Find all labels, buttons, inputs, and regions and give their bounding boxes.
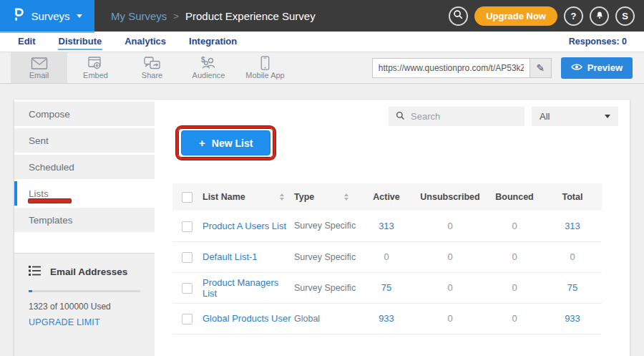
questionpro-logo-icon	[12, 6, 24, 25]
sidebar-item-compose[interactable]: Compose	[14, 102, 155, 126]
notifications-button[interactable]	[590, 6, 609, 26]
list-type: Global	[294, 303, 358, 334]
column-header-type[interactable]: Type	[294, 183, 358, 211]
header-breadcrumb-area: My Surveys > Product Experience Survey U…	[94, 0, 644, 32]
eye-icon	[571, 62, 582, 73]
plus-icon: +	[199, 137, 205, 149]
new-list-button[interactable]: + New List	[181, 130, 270, 155]
tab-edit[interactable]: Edit	[17, 34, 36, 50]
active-count[interactable]: 75	[358, 272, 414, 303]
annotation-underline-lists	[29, 199, 71, 203]
breadcrumb-separator: >	[173, 11, 179, 21]
bell-icon	[595, 9, 605, 22]
survey-url-input[interactable]	[372, 58, 530, 78]
list-name-link[interactable]: Product Managers List	[203, 272, 294, 303]
bounced-count: 0	[486, 272, 543, 303]
active-count[interactable]: 933	[358, 303, 414, 334]
column-header-unsubscribed: Unsubscribed	[414, 183, 486, 211]
upgrade-limit-link[interactable]: UPGRADE LIMIT	[29, 317, 140, 327]
list-name-link[interactable]: Default List-1	[203, 241, 294, 272]
email-addresses-section: Email Addresses 1323 of 100000 Used UPGR…	[14, 253, 155, 356]
mobile-app-icon	[260, 56, 270, 70]
channel-audience[interactable]: $ Audience	[180, 52, 237, 83]
list-type: Survey Specific	[294, 211, 358, 241]
email-lists-table: List Name Type Active Unsubscribed Bounc…	[172, 183, 602, 335]
search-button[interactable]	[449, 6, 468, 26]
channel-embed[interactable]: Embed	[67, 52, 124, 83]
bounced-count: 0	[486, 211, 543, 241]
sidebar-item-scheduled[interactable]: Scheduled	[14, 155, 155, 179]
email-addresses-title: Email Addresses	[50, 266, 127, 277]
sidebar-item-label: Lists	[29, 188, 49, 199]
channel-share[interactable]: Share	[124, 52, 180, 83]
total-count[interactable]: 933	[543, 303, 602, 334]
list-type: Survey Specific	[294, 241, 358, 272]
list-name-link[interactable]: Product A Users List	[203, 211, 294, 241]
channel-label: Share	[142, 71, 162, 80]
search-filter-row: All	[389, 107, 618, 126]
total-count[interactable]: 313	[543, 211, 602, 241]
row-checkbox[interactable]	[182, 252, 192, 263]
list-type: Survey Specific	[294, 272, 358, 303]
table-row: Product A Users List Survey Specific 313…	[172, 211, 602, 241]
tab-integration[interactable]: Integration	[188, 34, 238, 50]
email-icon	[31, 57, 48, 70]
help-icon: ?	[571, 11, 577, 21]
email-sidebar: Compose Sent Scheduled Lists Templates E…	[14, 100, 155, 356]
column-header-bounced: Bounced	[486, 183, 543, 211]
sidebar-item-sent[interactable]: Sent	[14, 128, 155, 153]
distribute-toolbar: Email Embed Share $ Audience Mobile App …	[0, 52, 644, 84]
unsubscribed-count: 0	[414, 211, 486, 241]
row-checkbox[interactable]	[182, 314, 192, 324]
select-all-checkbox[interactable]	[182, 192, 192, 203]
search-input[interactable]	[411, 111, 517, 122]
edit-url-button[interactable]: ✎	[530, 58, 552, 78]
pencil-icon: ✎	[536, 62, 545, 74]
audience-icon: $	[200, 56, 217, 70]
sidebar-item-templates[interactable]: Templates	[14, 208, 155, 232]
preview-button[interactable]: Preview	[561, 57, 633, 79]
new-list-label: New List	[212, 138, 253, 149]
list-filter-dropdown[interactable]: All	[532, 107, 618, 126]
chevron-down-icon	[77, 14, 82, 18]
upgrade-now-button[interactable]: Upgrade Now	[474, 6, 557, 26]
total-count[interactable]: 75	[543, 272, 602, 303]
breadcrumb-my-surveys[interactable]: My Surveys	[111, 10, 167, 22]
surveys-product-menu[interactable]: Surveys	[0, 0, 94, 32]
search-icon	[453, 9, 464, 22]
chevron-down-icon	[605, 115, 610, 118]
total-count: 0	[543, 241, 602, 272]
table-header-row: List Name Type Active Unsubscribed Bounc…	[172, 183, 602, 211]
email-usage-text: 1323 of 100000 Used	[29, 302, 140, 312]
lists-main-panel: All + New List List Name	[155, 100, 630, 356]
email-usage-fill	[29, 290, 32, 292]
user-avatar[interactable]: S	[615, 6, 635, 26]
search-icon	[396, 110, 405, 123]
filter-selected-value: All	[540, 111, 550, 122]
table-row: Default List-1 Survey Specific 0 0 0 0	[172, 241, 602, 272]
sort-icon	[344, 193, 348, 201]
tab-analytics[interactable]: Analytics	[124, 34, 167, 50]
email-addresses-header: Email Addresses	[29, 266, 140, 278]
email-usage-progressbar	[29, 290, 140, 292]
unsubscribed-count: 0	[414, 241, 486, 272]
sidebar-item-lists[interactable]: Lists	[14, 181, 155, 206]
avatar-initial: S	[622, 11, 628, 21]
bounced-count: 0	[486, 303, 543, 334]
tab-distribute[interactable]: Distribute	[58, 34, 103, 50]
help-button[interactable]: ?	[564, 6, 583, 26]
list-name-link[interactable]: Global Products User	[203, 303, 294, 334]
column-header-list-name[interactable]: List Name	[203, 183, 294, 211]
channel-email[interactable]: Email	[11, 52, 67, 83]
surveys-menu-label: Surveys	[31, 10, 69, 22]
row-checkbox[interactable]	[182, 221, 192, 232]
email-addresses-icon	[29, 266, 41, 278]
preview-label: Preview	[587, 62, 623, 73]
channel-label: Audience	[192, 71, 225, 80]
column-label: Type	[294, 192, 314, 202]
row-checkbox[interactable]	[182, 283, 192, 294]
active-count[interactable]: 313	[358, 211, 414, 241]
column-header-total: Total	[543, 183, 602, 211]
header-actions: Upgrade Now ? S	[449, 6, 635, 26]
channel-mobile-app[interactable]: Mobile App	[237, 52, 293, 83]
